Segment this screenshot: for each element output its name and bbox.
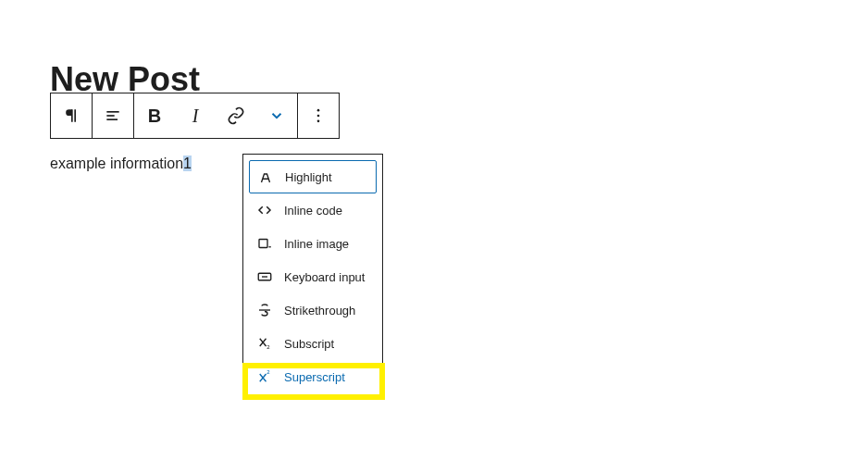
svg-point-5 xyxy=(317,120,320,123)
dropdown-item-label: Subscript xyxy=(284,337,334,351)
strikethrough-icon xyxy=(254,302,275,318)
image-icon xyxy=(254,235,275,252)
paragraph-block[interactable]: example information1 xyxy=(50,156,192,172)
paragraph-tool-button[interactable] xyxy=(51,93,92,138)
formatting-dropdown: Highlight Inline code Inline image Keybo… xyxy=(242,154,383,400)
bold-button[interactable]: B xyxy=(134,93,175,138)
dropdown-item-label: Highlight xyxy=(285,170,332,184)
dropdown-item-strikethrough[interactable]: Strikethrough xyxy=(249,293,377,327)
italic-button[interactable]: I xyxy=(175,93,216,138)
code-icon xyxy=(254,202,275,218)
more-vertical-icon xyxy=(309,106,328,125)
dropdown-item-label: Inline image xyxy=(284,237,349,251)
align-tool-button[interactable] xyxy=(93,93,133,138)
dropdown-item-highlight[interactable]: Highlight xyxy=(249,160,377,193)
dropdown-item-superscript[interactable]: 2 Superscript xyxy=(249,360,377,393)
align-left-icon xyxy=(104,106,122,125)
highlight-icon xyxy=(255,168,276,185)
dropdown-item-label: Strikethrough xyxy=(284,304,355,317)
pilcrow-icon xyxy=(62,106,81,125)
chevron-down-icon xyxy=(268,107,285,124)
link-icon xyxy=(227,106,245,125)
paragraph-text: example information xyxy=(50,156,183,171)
dropdown-item-inline-code[interactable]: Inline code xyxy=(249,193,377,227)
block-toolbar: B I xyxy=(50,93,340,139)
italic-icon: I xyxy=(192,106,199,127)
selected-text: 1 xyxy=(183,156,192,171)
bold-icon: B xyxy=(148,106,161,127)
more-formatting-button[interactable] xyxy=(256,93,297,138)
subscript-icon: 2 xyxy=(254,335,275,352)
dropdown-item-inline-image[interactable]: Inline image xyxy=(249,227,377,260)
svg-rect-6 xyxy=(259,240,267,248)
keyboard-icon xyxy=(254,268,275,285)
options-button[interactable] xyxy=(298,93,339,138)
dropdown-item-label: Keyboard input xyxy=(284,270,365,284)
link-button[interactable] xyxy=(216,93,256,138)
svg-text:2: 2 xyxy=(267,369,270,375)
dropdown-item-subscript[interactable]: 2 Subscript xyxy=(249,327,377,360)
dropdown-item-label: Inline code xyxy=(284,204,342,218)
superscript-icon: 2 xyxy=(254,368,275,385)
dropdown-item-keyboard-input[interactable]: Keyboard input xyxy=(249,260,377,293)
dropdown-item-label: Superscript xyxy=(284,370,345,384)
svg-point-4 xyxy=(317,115,320,118)
svg-text:2: 2 xyxy=(267,344,270,350)
svg-point-3 xyxy=(317,109,320,112)
